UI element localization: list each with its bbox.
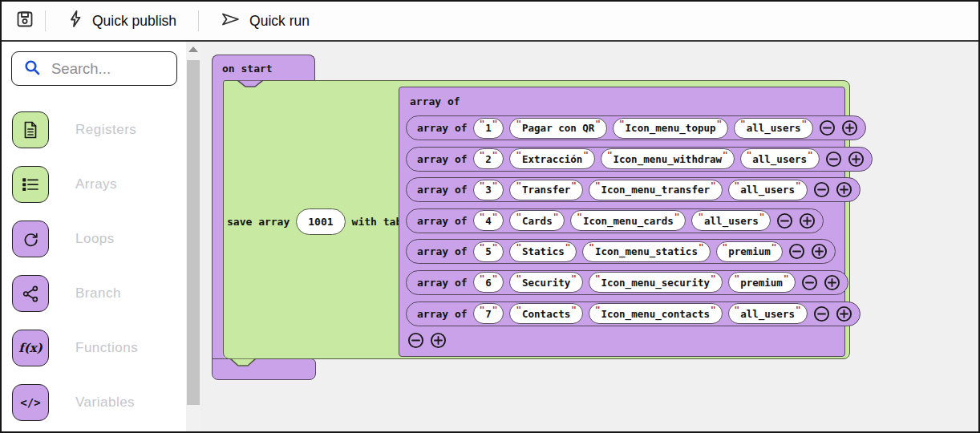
search-input[interactable] (51, 60, 176, 78)
remove-item-button[interactable] (819, 119, 836, 136)
array-item-value[interactable]: 5 (473, 241, 504, 262)
array-row[interactable]: array of 3 Transfer Icon_menu_transfer a… (406, 177, 861, 202)
category-list: Registers Arrays (2, 111, 186, 421)
array-row-label: array of (417, 215, 468, 227)
scrollbar-thumb[interactable] (187, 60, 200, 405)
on-start-block[interactable]: on start (212, 55, 315, 81)
add-item-button[interactable] (836, 181, 852, 198)
lightning-icon (67, 10, 83, 32)
add-row-button[interactable] (430, 332, 447, 349)
remove-row-button[interactable] (407, 332, 424, 349)
add-item-button[interactable] (836, 306, 852, 322)
remove-item-button[interactable] (788, 243, 805, 260)
array-item-value[interactable]: all_users (734, 118, 813, 139)
array-of-label: array of (410, 95, 838, 107)
remove-item-button[interactable] (813, 306, 830, 322)
array-item-value[interactable]: Icon_menu_cards (570, 210, 686, 231)
array-item-value[interactable]: Extracción (509, 148, 595, 169)
sidebar-scrollbar[interactable] (186, 42, 200, 431)
block-notch-top (237, 80, 264, 88)
share-nodes-icon (12, 275, 49, 312)
document-icon (12, 111, 49, 148)
array-row[interactable]: array of 7 Contacts Icon_menu_contacts a… (406, 301, 861, 326)
add-item-button[interactable] (841, 119, 858, 136)
toolbar-divider (198, 10, 199, 31)
add-item-button[interactable] (811, 243, 828, 260)
array-of-block[interactable]: array of array of 1 Pagar con QR Icon_me… (399, 87, 845, 357)
quick-run-button[interactable]: Quick run (209, 2, 321, 40)
array-item-value[interactable]: Contacts (509, 303, 582, 324)
variables-glyph: </> (20, 396, 40, 409)
array-item-value[interactable]: premium (728, 272, 796, 293)
scroll-up-arrow-icon[interactable] (188, 47, 198, 52)
array-item-value[interactable]: Icon_menu_transfer (589, 180, 723, 200)
function-glyph: f(x) (18, 341, 43, 355)
save-icon (15, 10, 34, 33)
block-category-sidebar: Registers Arrays (2, 42, 186, 431)
remove-item-button[interactable] (801, 274, 818, 291)
sidebar-item-label: Registers (75, 122, 136, 138)
array-item-value[interactable]: Icon_menu_contacts (589, 303, 723, 324)
quick-publish-label: Quick publish (92, 13, 176, 30)
sidebar-item-label: Arrays (75, 176, 117, 192)
circular-arrow-icon (12, 221, 49, 257)
function-icon: f(x) (12, 330, 49, 366)
block-notch-bottom (229, 358, 257, 367)
sidebar-item-registers[interactable]: Registers (12, 111, 186, 148)
array-item-value[interactable]: all_users (728, 180, 808, 200)
sidebar-item-variables[interactable]: </> Variables (12, 384, 186, 421)
code-icon: </> (12, 384, 49, 421)
add-item-button[interactable] (799, 212, 816, 229)
sidebar-item-label: Functions (75, 340, 138, 356)
array-item-value[interactable]: 7 (473, 303, 504, 324)
on-start-block-footer[interactable] (212, 358, 316, 380)
array-item-value[interactable]: 6 (473, 272, 504, 293)
array-item-value[interactable]: Transfer (509, 180, 582, 200)
sidebar-item-arrays[interactable]: Arrays (12, 166, 186, 203)
toolbar-divider (45, 10, 46, 31)
sidebar-item-label: Variables (75, 395, 135, 411)
add-item-button[interactable] (848, 151, 865, 168)
array-item-value[interactable]: Pagar con QR (509, 118, 607, 139)
app-window: Quick publish Quick run (0, 0, 980, 433)
array-item-value[interactable]: Icon_menu_security (589, 272, 723, 293)
array-item-value[interactable]: Icon_menu_withdraw (601, 148, 735, 169)
array-item-value[interactable]: Icon_menu_topup (613, 118, 728, 139)
remove-item-button[interactable] (813, 181, 830, 198)
array-item-value[interactable]: 4 (473, 210, 504, 231)
array-row-label: array of (417, 184, 468, 196)
sidebar-item-functions[interactable]: f(x) Functions (12, 330, 186, 366)
array-item-value[interactable]: Icon_menu_statics (582, 241, 710, 262)
array-item-value[interactable]: 3 (473, 180, 504, 200)
array-item-value[interactable]: all_users (740, 148, 820, 169)
array-row[interactable]: array of 2 Extracción Icon_menu_withdraw… (406, 147, 873, 172)
register-number-field[interactable]: 1001 (296, 208, 345, 235)
remove-item-button[interactable] (776, 212, 793, 229)
array-item-value[interactable]: premium (716, 241, 784, 262)
save-array-row: save array 1001 with table (227, 208, 415, 235)
array-row[interactable]: array of 5 Statics Icon_menu_statics pre… (406, 239, 836, 264)
array-row[interactable]: array of 1 Pagar con QR Icon_menu_topup … (406, 115, 866, 140)
sidebar-item-branch[interactable]: Branch (12, 275, 186, 312)
array-row-label: array of (417, 245, 468, 257)
array-row[interactable]: array of 6 Security Icon_menu_security p… (406, 270, 848, 295)
search-box[interactable] (11, 51, 177, 86)
array-item-value[interactable]: all_users (728, 303, 808, 324)
save-button[interactable] (15, 2, 34, 40)
add-item-button[interactable] (824, 274, 840, 291)
array-row[interactable]: array of 4 Cards Icon_menu_cards all_use… (406, 208, 824, 233)
array-item-value[interactable]: Security (509, 272, 582, 293)
array-item-value[interactable]: all_users (691, 210, 771, 231)
remove-item-button[interactable] (825, 151, 842, 168)
array-item-value[interactable]: 2 (473, 148, 504, 169)
main-body: Registers Arrays (2, 42, 978, 431)
sidebar-item-loops[interactable]: Loops (12, 221, 186, 257)
workspace-canvas[interactable]: on start save array 1001 with table (200, 42, 978, 431)
array-item-value[interactable]: Statics (509, 241, 577, 262)
array-item-value[interactable]: 1 (473, 118, 504, 139)
array-block-controls (407, 332, 838, 349)
array-row-label: array of (417, 153, 468, 165)
quick-publish-button[interactable]: Quick publish (56, 2, 188, 40)
save-array-prefix-label: save array (227, 216, 290, 228)
array-item-value[interactable]: Cards (509, 210, 565, 231)
